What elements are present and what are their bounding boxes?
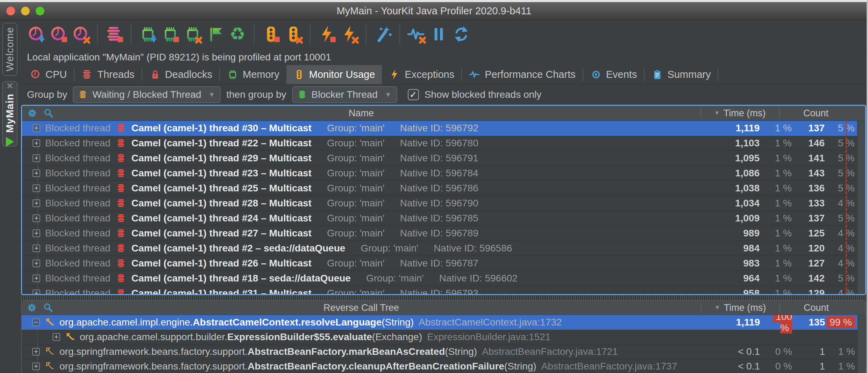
tab-events[interactable]: Events bbox=[583, 65, 644, 84]
sidebar-tab-mymain[interactable]: × MyMain bbox=[2, 81, 17, 147]
expand-icon[interactable]: + bbox=[33, 290, 40, 294]
zoom-window-button[interactable] bbox=[36, 7, 44, 15]
call-tree-row[interactable]: + org.springframework.beans.factory.supp… bbox=[22, 344, 866, 359]
sidebar-tab-welcome[interactable]: Welcome bbox=[2, 23, 17, 76]
monitors-clear-button[interactable] bbox=[283, 24, 304, 44]
expand-icon[interactable]: + bbox=[33, 229, 40, 237]
blocked-thread-row[interactable]: +Blocked threadCamel (camel-1) thread #2… bbox=[22, 226, 865, 241]
search-icon[interactable] bbox=[43, 108, 54, 119]
count-percent: 5 % bbox=[825, 168, 855, 179]
memory-clear-button[interactable] bbox=[183, 24, 203, 44]
thread-native-id: Native ID: 596790 bbox=[400, 198, 478, 209]
second-grouping-dropdown[interactable]: Blocker Thread ▼ bbox=[292, 86, 397, 103]
tab-deadlocks[interactable]: Deadlocks bbox=[142, 65, 219, 84]
count-cell: 137 5 % bbox=[792, 123, 865, 134]
threads-stop-button[interactable] bbox=[104, 24, 124, 44]
blocked-thread-row[interactable]: +Blocked threadCamel (camel-1) thread #2… bbox=[22, 256, 865, 271]
blocked-thread-row[interactable]: +Blocked threadCamel (camel-1) thread #3… bbox=[22, 286, 865, 294]
exceptions-stop-button[interactable] bbox=[317, 24, 337, 44]
force-gc-button[interactable]: ♻ bbox=[227, 24, 248, 44]
expand-icon[interactable]: + bbox=[33, 259, 40, 267]
expand-icon[interactable]: + bbox=[33, 184, 40, 192]
memory-stop-button[interactable] bbox=[160, 24, 180, 44]
blocked-thread-row[interactable]: +Blocked threadCamel (camel-1) thread #2… bbox=[22, 151, 865, 166]
running-play-icon bbox=[6, 137, 14, 147]
count-cell: 1 1 % bbox=[792, 361, 866, 372]
toolbar-separator bbox=[131, 24, 131, 44]
count-column-header[interactable]: Count bbox=[780, 301, 858, 315]
show-blocked-threads-checkbox[interactable]: ✓ bbox=[408, 89, 419, 100]
search-icon[interactable] bbox=[43, 302, 54, 313]
settings-gear-icon[interactable] bbox=[27, 108, 37, 118]
count-column-header[interactable]: Count bbox=[779, 106, 858, 120]
count-percent: 4 % bbox=[825, 288, 855, 294]
vertical-scrollbar[interactable] bbox=[857, 121, 865, 294]
tab-monitor-usage[interactable]: Monitor Usage bbox=[286, 65, 382, 84]
titlebar[interactable]: MyMain - YourKit Java Profiler 2020.9-b4… bbox=[0, 2, 868, 20]
blocked-thread-row[interactable]: +Blocked threadCamel (camel-1) thread #2… bbox=[22, 196, 865, 211]
name-column-header[interactable]: Name bbox=[22, 108, 700, 119]
blocked-thread-row[interactable]: +Blocked threadCamel (camel-1) thread #1… bbox=[22, 271, 865, 286]
close-tab-icon[interactable]: × bbox=[7, 81, 13, 90]
collapse-icon[interactable]: − bbox=[32, 319, 40, 326]
cpu-clear-button[interactable] bbox=[71, 24, 91, 44]
call-tree-row[interactable]: + org.springframework.beans.factory.supp… bbox=[22, 359, 866, 373]
memory-start-button[interactable] bbox=[138, 24, 158, 44]
monitors-stop-button[interactable] bbox=[261, 24, 281, 44]
settings-gear-icon[interactable] bbox=[27, 302, 37, 313]
time-column-header[interactable]: ▼ Time (ms) bbox=[700, 106, 779, 120]
tab-threads[interactable]: Threads bbox=[74, 65, 141, 84]
vertical-scrollbar[interactable] bbox=[858, 315, 866, 373]
thread-group: Group: 'main' bbox=[327, 153, 385, 164]
tab-summary[interactable]: Summary bbox=[645, 65, 718, 84]
pause-button[interactable] bbox=[429, 24, 449, 44]
time-percent: 1 % bbox=[760, 153, 792, 164]
minimize-window-button[interactable] bbox=[21, 7, 30, 15]
telemetry-clear-button[interactable] bbox=[406, 24, 427, 44]
blocked-thread-row[interactable]: +Blocked threadCamel (camel-1) thread #2… bbox=[22, 166, 865, 181]
expand-icon[interactable]: + bbox=[33, 214, 40, 222]
cpu-start-button[interactable] bbox=[26, 24, 46, 44]
tab-performance-charts[interactable]: Performance Charts bbox=[462, 65, 583, 84]
tab-cpu[interactable]: CPU bbox=[23, 65, 74, 84]
panel-splitter[interactable] bbox=[21, 295, 866, 300]
expand-icon[interactable]: + bbox=[33, 244, 40, 252]
method-name: AbstractBeanFactory.markBeanAsCreated bbox=[248, 346, 445, 357]
expand-icon[interactable]: + bbox=[33, 139, 40, 147]
chevron-down-icon: ▼ bbox=[385, 91, 392, 99]
calltree-rows: − org.apache.camel.impl.engine.AbstractC… bbox=[22, 315, 866, 373]
blocked-thread-row[interactable]: +Blocked threadCamel (camel-1) thread #3… bbox=[22, 121, 865, 136]
calltree-column-header[interactable]: Reverse Call Tree bbox=[22, 302, 701, 313]
tab-memory[interactable]: Memory bbox=[220, 65, 286, 84]
call-tree-row[interactable]: − org.apache.camel.impl.engine.AbstractC… bbox=[22, 315, 866, 330]
first-grouping-dropdown[interactable]: Waiting / Blocked Thread ▼ bbox=[73, 86, 221, 103]
cpu-stop-button[interactable] bbox=[48, 24, 69, 44]
blocked-thread-row[interactable]: +Blocked threadCamel (camel-1) thread #2… bbox=[22, 136, 865, 151]
blocked-thread-row[interactable]: +Blocked threadCamel (camel-1) thread #2… bbox=[22, 211, 865, 226]
inspections-wand-button[interactable] bbox=[373, 24, 393, 44]
expand-icon[interactable]: + bbox=[33, 169, 40, 177]
time-percent: 1 % bbox=[760, 213, 792, 224]
blocked-thread-label: Blocked thread bbox=[45, 258, 111, 269]
expand-icon[interactable]: + bbox=[33, 124, 40, 132]
blocked-thread-row[interactable]: +Blocked threadCamel (camel-1) thread #2… bbox=[22, 181, 865, 196]
expand-icon[interactable]: + bbox=[33, 154, 40, 162]
exceptions-clear-button[interactable] bbox=[339, 24, 360, 44]
time-value: < 0.1 bbox=[718, 361, 760, 372]
trigger-flag-button[interactable] bbox=[205, 24, 225, 44]
expand-icon[interactable]: + bbox=[33, 275, 40, 282]
time-percent: 1 % bbox=[760, 138, 792, 149]
expand-icon[interactable]: + bbox=[33, 199, 40, 207]
time-column-header[interactable]: ▼ Time (ms) bbox=[701, 301, 780, 315]
screen-top-edge bbox=[0, 0, 868, 2]
time-value: 989 bbox=[718, 228, 760, 239]
expand-icon[interactable]: + bbox=[32, 363, 40, 370]
refresh-button[interactable] bbox=[451, 24, 471, 44]
blocked-thread-row[interactable]: +Blocked threadCamel (camel-1) thread #2… bbox=[22, 241, 865, 256]
thread-name: Camel (camel-1) thread #29 – Multicast bbox=[131, 153, 312, 164]
close-window-button[interactable] bbox=[6, 7, 15, 15]
blocked-thread-label: Blocked thread bbox=[45, 138, 111, 149]
tab-exceptions[interactable]: Exceptions bbox=[382, 65, 461, 84]
expand-icon[interactable]: + bbox=[52, 333, 60, 341]
expand-icon[interactable]: + bbox=[32, 348, 40, 356]
